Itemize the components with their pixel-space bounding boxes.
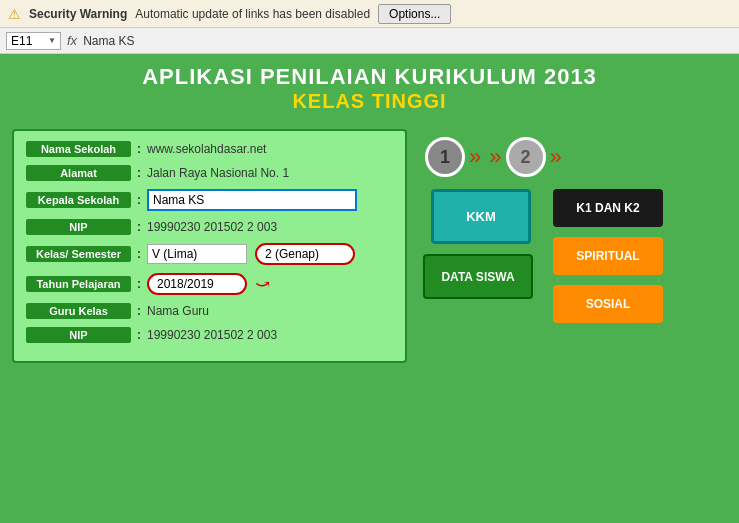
header: APLIKASI PENILAIAN KURIKULUM 2013 KELAS … — [0, 54, 739, 119]
field-tahun-pelajaran: Tahun Pelajaran : 2018/2019 ⤻ — [26, 273, 393, 295]
field-alamat: Alamat : Jalan Raya Nasional No. 1 — [26, 165, 393, 181]
app-title: APLIKASI PENILAIAN KURIKULUM 2013 — [0, 64, 739, 90]
value-nip2: 19990230 201502 2 003 — [147, 328, 393, 342]
warning-icon: ⚠ — [8, 6, 21, 22]
field-nip1: NIP : 19990230 201502 2 003 — [26, 219, 393, 235]
security-title: Security Warning — [29, 7, 127, 21]
input-semester[interactable] — [255, 243, 355, 265]
cell-reference[interactable]: E11 ▼ — [6, 32, 61, 50]
value-nama-sekolah: www.sekolahdasar.net — [147, 142, 393, 156]
steps-row: 1 » » 2 » — [415, 129, 739, 185]
card-spiritual[interactable]: SPIRITUAL — [553, 237, 663, 275]
cards-area: KKM DATA SISWA K1 DAN K2 SPIRITUAL SOSIA… — [423, 189, 739, 389]
label-alamat: Alamat — [26, 165, 131, 181]
card-kkm[interactable]: KKM — [431, 189, 531, 244]
options-button[interactable]: Options... — [378, 4, 451, 24]
step-arrow-1: » — [469, 144, 481, 170]
label-kepala-sekolah: Kepala Sekolah — [26, 192, 131, 208]
formula-value: Nama KS — [83, 34, 134, 48]
field-kepala-sekolah: Kepala Sekolah : — [26, 189, 393, 211]
field-nama-sekolah: Nama Sekolah : www.sekolahdasar.net — [26, 141, 393, 157]
input-kepala-sekolah[interactable] — [147, 189, 357, 211]
cell-ref-dropdown-icon[interactable]: ▼ — [48, 36, 56, 45]
field-guru-kelas: Guru Kelas : Nama Guru — [26, 303, 393, 319]
input-kelas[interactable] — [147, 244, 247, 264]
step-2[interactable]: 2 — [506, 137, 546, 177]
label-nip2: NIP — [26, 327, 131, 343]
right-panel: 1 » » 2 » KKM DATA SISWA K1 DAN K2 SPIRI… — [415, 129, 739, 519]
card-sosial[interactable]: SOSIAL — [553, 285, 663, 323]
field-nip2: NIP : 19990230 201502 2 003 — [26, 327, 393, 343]
security-message: Automatic update of links has been disab… — [135, 7, 370, 21]
step-1[interactable]: 1 — [425, 137, 465, 177]
value-alamat: Jalan Raya Nasional No. 1 — [147, 166, 393, 180]
field-kelas-semester: Kelas/ Semester : — [26, 243, 393, 265]
value-tahun-pelajaran: 2018/2019 — [147, 273, 247, 295]
label-tahun-pelajaran: Tahun Pelajaran — [26, 276, 131, 292]
security-bar: ⚠ Security Warning Automatic update of l… — [0, 0, 739, 28]
formula-bar: E11 ▼ fx Nama KS — [0, 28, 739, 54]
main-content: APLIKASI PENILAIAN KURIKULUM 2013 KELAS … — [0, 54, 739, 523]
form-panel: Nama Sekolah : www.sekolahdasar.net Alam… — [12, 129, 407, 363]
cell-ref-value: E11 — [11, 34, 32, 48]
value-nip1: 19990230 201502 2 003 — [147, 220, 393, 234]
label-kelas-semester: Kelas/ Semester — [26, 246, 131, 262]
app-subtitle: KELAS TINGGI — [0, 90, 739, 113]
label-nip1: NIP — [26, 219, 131, 235]
label-guru-kelas: Guru Kelas — [26, 303, 131, 319]
fx-label: fx — [67, 33, 77, 48]
card-data-siswa[interactable]: DATA SISWA — [423, 254, 533, 299]
card-k1k2[interactable]: K1 DAN K2 — [553, 189, 663, 227]
arrow-decoration: ⤻ — [255, 273, 270, 295]
step-arrow-3: » — [550, 144, 562, 170]
step-arrow-2: » — [489, 144, 501, 170]
value-guru-kelas: Nama Guru — [147, 304, 393, 318]
label-nama-sekolah: Nama Sekolah — [26, 141, 131, 157]
